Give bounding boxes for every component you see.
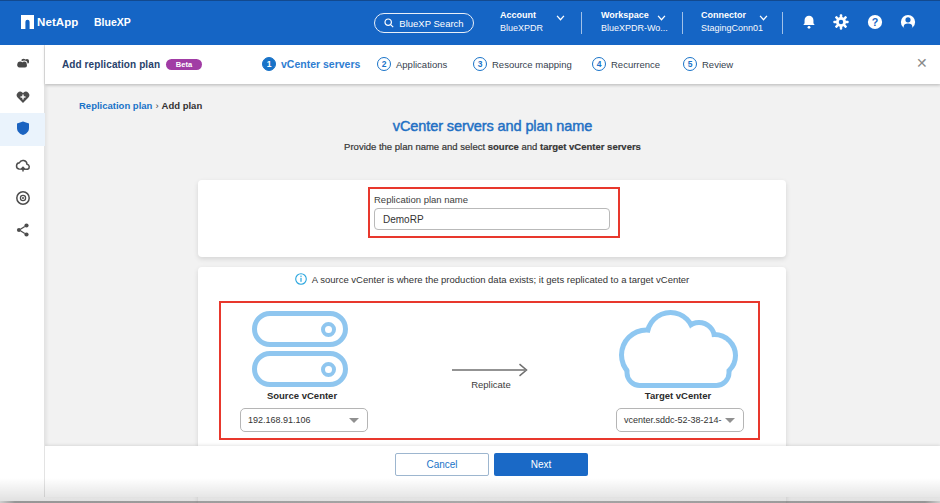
svg-text:?: ? (871, 16, 878, 28)
